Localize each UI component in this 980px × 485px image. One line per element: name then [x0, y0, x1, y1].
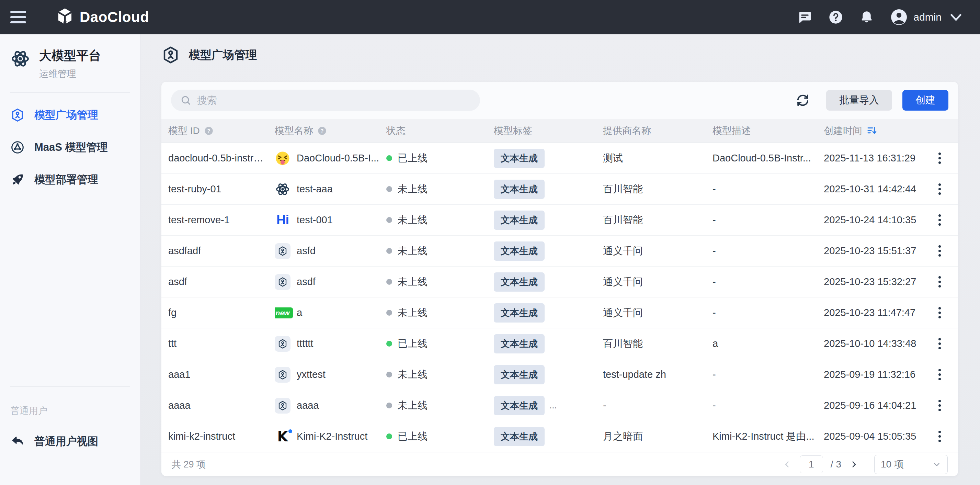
tag-badge: 文本生成 [494, 427, 545, 446]
provider-name-cell: 百川智能 [603, 337, 713, 351]
hamburger-icon[interactable] [10, 7, 31, 27]
create-button[interactable]: 创建 [902, 90, 948, 111]
row-actions-menu-icon[interactable] [939, 245, 958, 257]
status-label: 未上线 [398, 275, 428, 289]
model-name-text: test-001 [297, 214, 333, 226]
bulk-import-button[interactable]: 批量导入 [826, 90, 892, 111]
table-row: asdfadfasfd未上线文本生成通义千问-2025-10-23 15:51:… [161, 236, 958, 266]
status-dot-icon [386, 402, 392, 408]
row-actions-menu-icon[interactable] [939, 400, 958, 411]
status-dot-icon [386, 248, 392, 254]
model-tags-cell: 文本生成 [494, 180, 603, 199]
page-size-select[interactable]: 10 项 [874, 455, 948, 474]
pagination: / 3 10 项 [782, 455, 948, 474]
status-label: 未上线 [398, 399, 428, 413]
status-cell: 已上线 [386, 337, 494, 351]
provider-name-cell: 通义千问 [603, 306, 713, 320]
model-name-text: a [297, 307, 302, 318]
chevron-down-icon [932, 460, 941, 469]
product-subtitle: 运维管理 [39, 68, 101, 80]
table-row: aaaaaaaa未上线文本生成...--2025-09-16 14:04:21 [161, 390, 958, 421]
sidebar-section-label: 普通用户 [0, 393, 140, 420]
sidebar-divider [10, 386, 130, 387]
page-title: 模型广场管理 [189, 48, 257, 63]
model-id-cell: aaaa [168, 400, 275, 411]
model-description-cell: - [713, 400, 824, 411]
tag-overflow-ellipsis: ... [549, 400, 557, 411]
provider-name-cell: test-update zh [603, 369, 713, 380]
model-name-text: asfd [297, 245, 315, 257]
page-number-input[interactable] [800, 455, 823, 473]
column-provider-name: 提供商名称 [603, 124, 713, 137]
chat-icon[interactable] [797, 10, 813, 25]
provider-name-cell: - [603, 400, 713, 411]
sidebar-item-model-marketplace[interactable]: 模型广场管理 [0, 104, 140, 126]
sidebar-item-normal-user-view[interactable]: 普通用户视图 [0, 431, 140, 452]
prev-page-icon[interactable] [782, 459, 792, 469]
status-cell: 已上线 [386, 152, 494, 165]
user-menu[interactable]: admin [890, 8, 965, 26]
status-label: 未上线 [398, 244, 428, 258]
sidebar-item-model-deployment[interactable]: 模型部署管理 [0, 169, 140, 190]
sidebar: 大模型平台 运维管理 模型广场管理 [0, 34, 141, 485]
model-tags-cell: 文本生成 [494, 427, 603, 446]
created-time-cell: 2025-11-13 16:31:29 [824, 153, 927, 164]
row-actions-menu-icon[interactable] [939, 369, 958, 380]
table-row: ttttttttt已上线文本生成百川智能a2025-10-10 14:33:48 [161, 329, 958, 359]
help-icon[interactable] [828, 10, 843, 25]
row-actions-menu-icon[interactable] [939, 183, 958, 195]
model-id-cell: fg [168, 307, 275, 318]
model-name-text: Kimi-K2-Instruct [297, 431, 368, 442]
created-time-cell: 2025-09-16 14:04:21 [824, 400, 927, 411]
help-icon[interactable]: ? [317, 126, 327, 136]
cube-logo-icon [55, 7, 75, 27]
user-name: admin [913, 11, 942, 23]
status-cell: 未上线 [386, 306, 494, 320]
provider-name-cell: 通义千问 [603, 275, 713, 289]
table-header: 模型 ID ? 模型名称 ? 状态 模型标签 提供商名称 模型描述 [161, 119, 958, 143]
provider-name-cell: 通义千问 [603, 244, 713, 258]
model-tags-cell: 文本生成 [494, 241, 603, 261]
next-page-icon[interactable] [849, 459, 859, 469]
tag-badge: 文本生成 [494, 180, 545, 199]
sort-descending-icon[interactable] [866, 125, 878, 137]
row-actions-menu-icon[interactable] [939, 276, 958, 287]
status-dot-icon [386, 217, 392, 223]
status-cell: 已上线 [386, 430, 494, 444]
model-name-text: aaaa [297, 400, 319, 411]
status-label: 未上线 [398, 213, 428, 227]
model-name-cell: tttttt [275, 336, 386, 352]
sidebar-item-maas-models[interactable]: MaaS 模型管理 [0, 137, 140, 158]
model-description-cell: - [713, 307, 824, 318]
status-dot-icon [386, 341, 392, 346]
model-tags-cell: 文本生成 [494, 365, 603, 384]
tag-badge: 文本生成 [494, 396, 545, 415]
model-description-cell: a [713, 338, 824, 349]
row-actions-menu-icon[interactable] [939, 307, 958, 318]
hexagon-user-icon [161, 46, 180, 64]
page-total: / 3 [830, 459, 841, 470]
tag-badge: 文本生成 [494, 334, 545, 353]
row-actions-menu-icon[interactable] [939, 153, 958, 164]
model-name-text: DaoCloud-0.5B-I... [297, 153, 379, 164]
refresh-icon[interactable] [795, 92, 811, 108]
model-id-cell: kimi-k2-instruct [168, 431, 275, 442]
status-label: 未上线 [398, 306, 428, 320]
model-tags-cell: 文本生成 [494, 211, 603, 230]
search-box[interactable] [171, 89, 480, 111]
search-input[interactable] [197, 95, 471, 106]
table-row: fgnewa未上线文本生成通义千问-2025-10-23 11:47:47 [161, 297, 958, 329]
row-actions-menu-icon[interactable] [939, 338, 958, 349]
page-size-value: 10 项 [881, 458, 904, 471]
product-header: 大模型平台 运维管理 [0, 48, 140, 80]
row-actions-menu-icon[interactable] [939, 431, 958, 442]
help-icon[interactable]: ? [204, 126, 213, 136]
model-id-cell: ttt [168, 338, 275, 349]
model-description-cell: - [713, 214, 824, 226]
svg-text:?: ? [207, 128, 210, 134]
created-time-cell: 2025-10-23 15:51:37 [824, 245, 927, 257]
model-name-cell: aaaa [275, 398, 386, 413]
top-bar: DaoCloud admin [0, 0, 980, 34]
bell-icon[interactable] [859, 10, 874, 25]
row-actions-menu-icon[interactable] [939, 214, 958, 226]
